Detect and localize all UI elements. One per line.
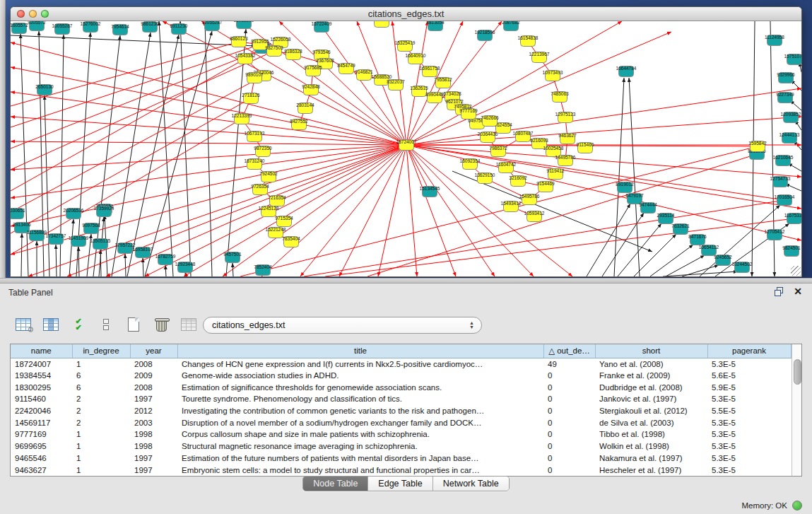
table-cell[interactable]: 2008 — [130, 381, 177, 393]
create-column-button[interactable] — [124, 315, 143, 334]
delete-column-button[interactable] — [152, 315, 170, 334]
table-cell[interactable]: 1998 — [130, 428, 177, 440]
graph-edge[interactable] — [11, 42, 406, 145]
table-cell[interactable]: 2008 — [130, 358, 177, 370]
table-cell[interactable]: 5.3E-5 — [707, 440, 791, 452]
graph-edge[interactable] — [300, 145, 406, 276]
table-cell[interactable]: 5.3E-5 — [707, 416, 791, 428]
column-header-year[interactable]: year — [130, 344, 177, 358]
table-cell[interactable]: Dudbridge et al. (2008) — [595, 381, 707, 393]
table-cell[interactable]: Tourette syndrome. Phenomenology and cla… — [177, 393, 543, 405]
table-cell[interactable]: Wolkin et al. (1998) — [595, 440, 707, 452]
table-cell[interactable]: Jankovic et al. (1997) — [595, 393, 707, 405]
graph-edge[interactable] — [145, 31, 212, 276]
table-cell[interactable]: 2 — [72, 416, 130, 428]
show-columns-button[interactable] — [42, 315, 60, 334]
table-cell[interactable]: 18724007 — [11, 358, 72, 370]
network-window[interactable]: citations_edges.txt 16055729205572100552… — [10, 6, 802, 277]
table-mode-button[interactable]: ⚙ — [14, 315, 33, 334]
table-selector-dropdown[interactable]: citations_edges.txt ▲▼ — [203, 317, 482, 334]
table-cell[interactable]: 1997 — [130, 464, 177, 476]
table-row[interactable]: 969969511998Structural magnetic resonanc… — [11, 440, 791, 452]
table-cell[interactable]: 2 — [72, 405, 130, 417]
table-cell[interactable]: 0 — [543, 370, 595, 382]
table-cell[interactable]: 2003 — [130, 416, 177, 428]
scrollbar-thumb[interactable] — [794, 359, 801, 385]
table-cell[interactable]: Stergiakouli et al. (2012) — [595, 405, 707, 417]
tab-network-table[interactable]: Network Table — [433, 477, 509, 491]
table-cell[interactable]: Genome-wide association studies in ADHD. — [177, 370, 543, 382]
table-cell[interactable]: 19384554 — [11, 370, 72, 382]
table-row[interactable]: 911546021997Tourette syndrome. Phenomeno… — [11, 393, 791, 405]
table-cell[interactable]: Estimation of significance thresholds fo… — [177, 381, 543, 393]
network-view[interactable]: 1605572920557210055287152760027954614986… — [11, 21, 801, 276]
table-row[interactable]: 1456911722003Disruption of a novel membe… — [11, 416, 791, 428]
panel-splitter[interactable]: ▾ — [0, 278, 812, 284]
table-cell[interactable]: 0 — [543, 452, 595, 465]
graph-edge[interactable] — [226, 29, 246, 276]
table-cell[interactable]: 5.3E-5 — [707, 464, 791, 476]
table-row[interactable]: 946362711997Embryonic stem cells: a mode… — [11, 464, 791, 476]
table-cell[interactable]: 9777169 — [11, 428, 72, 440]
table-cell[interactable]: 0 — [543, 416, 595, 428]
network-window-titlebar[interactable]: citations_edges.txt — [11, 7, 801, 21]
table-cell[interactable]: 9699695 — [11, 440, 72, 452]
table-cell[interactable]: 5.3E-5 — [707, 393, 791, 405]
table-cell[interactable]: 2012 — [130, 405, 177, 417]
graph-edge[interactable] — [406, 145, 417, 276]
table-cell[interactable]: Nakamura et al. (1997) — [595, 452, 707, 465]
graph-edge[interactable] — [180, 21, 191, 276]
graph-edge[interactable] — [406, 117, 801, 145]
tab-node-table[interactable]: Node Table — [303, 477, 368, 491]
table-cell[interactable]: 1 — [72, 358, 130, 370]
column-header-name[interactable]: name — [11, 344, 72, 358]
collapsed-control-panel-strip[interactable] — [0, 0, 6, 278]
table-row[interactable]: 977716911998Corpus callosum shape and si… — [11, 428, 791, 440]
table-row[interactable]: 1872400712008Changes of HCN gene express… — [11, 358, 791, 370]
table-row[interactable]: 946554611997Estimation of the future num… — [11, 452, 791, 465]
table-cell[interactable]: 2009 — [130, 370, 177, 382]
table-cell[interactable]: 5.6E-5 — [707, 370, 791, 382]
graph-edge[interactable] — [69, 219, 73, 276]
graph-edge[interactable] — [11, 35, 256, 46]
column-header-in_degree[interactable]: in_degree — [72, 344, 130, 358]
table-cell[interactable]: Tibbo et al. (1998) — [595, 428, 707, 440]
table-cell[interactable]: 22420046 — [11, 405, 72, 417]
graph-edge[interactable] — [11, 67, 406, 145]
table-cell[interactable]: 5.9E-5 — [707, 381, 791, 393]
table-cell[interactable]: 1 — [72, 428, 130, 440]
close-window-button[interactable] — [17, 10, 25, 18]
table-cell[interactable]: 9465546 — [11, 452, 72, 465]
table-cell[interactable]: Structural magnetic resonance image aver… — [177, 440, 543, 452]
table-cell[interactable]: Embryonic stem cells: a model to study s… — [177, 464, 543, 476]
table-cell[interactable]: 18300295 — [11, 381, 72, 393]
table-cell[interactable]: 9115460 — [11, 393, 72, 405]
table-cell[interactable]: 6 — [72, 381, 130, 393]
graph-edge[interactable] — [165, 265, 166, 276]
table-cell[interactable]: Yano et al. (2008) — [595, 358, 707, 370]
table-cell[interactable]: 6 — [72, 370, 130, 382]
table-cell[interactable]: Hescheler et al. (1997) — [595, 464, 707, 476]
table-row[interactable]: 1830029562008Estimation of significance … — [11, 381, 791, 393]
graph-edge[interactable] — [406, 145, 784, 200]
close-panel-icon[interactable]: ✕ — [794, 287, 802, 296]
table-cell[interactable]: 0 — [543, 393, 595, 405]
table-cell[interactable]: Disruption of a novel member of a sodium… — [177, 416, 543, 428]
memory-ok-indicator[interactable] — [792, 501, 802, 510]
table-cell[interactable]: Changes of HCN gene expression and I(f) … — [177, 358, 543, 370]
table-cell[interactable]: 2 — [72, 393, 130, 405]
graph-edge[interactable] — [56, 245, 57, 276]
table-cell[interactable]: 0 — [543, 440, 595, 452]
graph-edge[interactable] — [143, 258, 143, 276]
table-cell[interactable]: 1997 — [130, 452, 177, 465]
float-panel-icon[interactable] — [775, 287, 784, 296]
graph-node[interactable] — [375, 21, 389, 28]
table-cell[interactable]: 5.3E-5 — [707, 428, 791, 440]
window-resize-grip[interactable] — [791, 266, 801, 276]
table-cell[interactable]: 49 — [543, 358, 595, 370]
graph-edge[interactable] — [21, 233, 22, 276]
table-cell[interactable]: 5.5E-5 — [707, 405, 791, 417]
table-cell[interactable]: 1997 — [130, 393, 177, 405]
table-cell[interactable]: Corpus callosum shape and size in male p… — [177, 428, 543, 440]
table-cell[interactable]: 14569117 — [11, 416, 72, 428]
